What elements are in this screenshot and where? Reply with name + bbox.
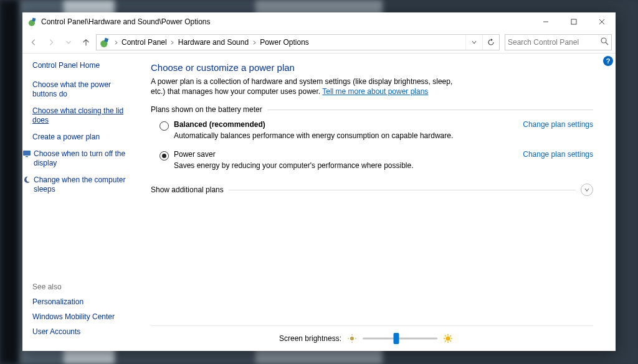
turn-off-display-link[interactable]: Choose when to turn off the display <box>34 149 133 168</box>
chevron-right-icon[interactable] <box>251 40 257 45</box>
display-icon <box>22 149 31 158</box>
svg-rect-3 <box>571 19 576 24</box>
page-title: Choose or customize a power plan <box>151 62 593 73</box>
address-bar[interactable]: Control Panel Hardware and Sound Power O… <box>96 34 500 50</box>
plan-balanced-desc: Automatically balances performance with … <box>174 131 453 140</box>
svg-point-12 <box>350 337 354 340</box>
brightness-high-icon <box>444 334 452 343</box>
navbar: Control Panel Hardware and Sound Power O… <box>22 32 616 54</box>
recent-locations-button[interactable] <box>61 35 76 50</box>
help-icon[interactable]: ? <box>603 56 613 66</box>
computer-sleeps-link[interactable]: Change when the computer sleeps <box>34 175 133 194</box>
chevron-right-icon[interactable] <box>113 40 119 45</box>
up-button[interactable] <box>79 35 93 50</box>
minimize-button[interactable] <box>531 12 559 31</box>
plan-power-saver-desc: Saves energy by reducing your computer's… <box>174 161 414 170</box>
change-plan-settings-balanced[interactable]: Change plan settings <box>523 120 593 147</box>
tell-me-more-link[interactable]: Tell me more about power plans <box>322 87 428 96</box>
additional-plans-header[interactable]: Show additional plans <box>151 184 593 196</box>
search-icon <box>601 37 609 47</box>
control-panel-window: Control Panel\Hardware and Sound\Power O… <box>22 12 616 351</box>
plan-power-saver-radio[interactable] <box>160 151 169 161</box>
power-buttons-link[interactable]: Choose what the power buttons do <box>32 80 133 99</box>
plan-balanced-name: Balanced (recommended) <box>174 120 453 129</box>
breadcrumb-control-panel[interactable]: Control Panel <box>120 38 168 47</box>
chevron-down-icon[interactable] <box>581 184 593 196</box>
see-also: See also Personalization Windows Mobilit… <box>32 282 133 345</box>
power-options-icon <box>99 37 110 48</box>
sidebar: Control Panel Home Choose what the power… <box>22 54 138 351</box>
control-panel-home-link[interactable]: Control Panel Home <box>32 61 133 70</box>
power-options-icon <box>27 17 37 27</box>
page-description: A power plan is a collection of hardware… <box>151 77 469 96</box>
additional-plans-label: Show additional plans <box>151 185 224 194</box>
closing-lid-link[interactable]: Choose what closing the lid does <box>32 106 133 125</box>
forward-button[interactable] <box>44 35 59 50</box>
svg-line-23 <box>450 340 451 342</box>
search-placeholder: Search Control Panel <box>508 38 601 47</box>
brightness-slider[interactable] <box>363 332 437 345</box>
svg-line-9 <box>606 42 608 45</box>
mobility-center-link[interactable]: Windows Mobility Center <box>32 312 133 321</box>
slider-thumb[interactable] <box>394 333 399 344</box>
change-plan-settings-power-saver[interactable]: Change plan settings <box>523 150 593 177</box>
brightness-label: Screen brightness: <box>279 334 341 343</box>
svg-line-22 <box>445 335 446 337</box>
plan-balanced-row: Balanced (recommended) Automatically bal… <box>151 120 593 147</box>
plans-section-header: Plans shown on the battery meter <box>151 105 593 114</box>
main-panel: ? Choose or customize a power plan A pow… <box>138 54 616 351</box>
svg-line-24 <box>450 335 451 337</box>
breadcrumb-hardware-and-sound[interactable]: Hardware and Sound <box>177 38 250 47</box>
plan-power-saver-row: Power saver Saves energy by reducing you… <box>151 150 593 177</box>
chevron-right-icon[interactable] <box>169 40 176 45</box>
window-title: Control Panel\Hardware and Sound\Power O… <box>41 17 211 26</box>
close-button[interactable] <box>588 12 616 31</box>
window-controls <box>531 12 616 31</box>
breadcrumb-power-options[interactable]: Power Options <box>259 38 310 47</box>
plan-power-saver-name: Power saver <box>174 150 414 159</box>
refresh-button[interactable] <box>482 35 499 50</box>
moon-icon <box>22 175 31 184</box>
divider <box>267 110 593 110</box>
svg-line-25 <box>445 340 446 342</box>
create-power-plan-link[interactable]: Create a power plan <box>32 133 133 142</box>
slider-track <box>363 338 437 340</box>
user-accounts-link[interactable]: User Accounts <box>32 327 133 336</box>
svg-rect-11 <box>26 156 28 157</box>
address-dropdown-button[interactable] <box>465 35 482 50</box>
svg-rect-10 <box>23 151 31 156</box>
svg-point-17 <box>446 337 450 341</box>
brightness-low-icon <box>348 334 356 343</box>
plan-balanced-radio[interactable] <box>160 121 169 131</box>
titlebar: Control Panel\Hardware and Sound\Power O… <box>22 12 616 32</box>
plans-section-label: Plans shown on the battery meter <box>151 105 262 114</box>
content-area: Control Panel Home Choose what the power… <box>22 54 616 351</box>
divider <box>229 190 576 190</box>
search-input[interactable]: Search Control Panel <box>505 34 612 50</box>
svg-point-8 <box>601 38 606 43</box>
back-button[interactable] <box>26 35 41 50</box>
personalization-link[interactable]: Personalization <box>32 297 133 306</box>
see-also-heading: See also <box>32 282 133 291</box>
brightness-bar: Screen brightness: <box>151 325 593 351</box>
maximize-button[interactable] <box>559 12 588 31</box>
